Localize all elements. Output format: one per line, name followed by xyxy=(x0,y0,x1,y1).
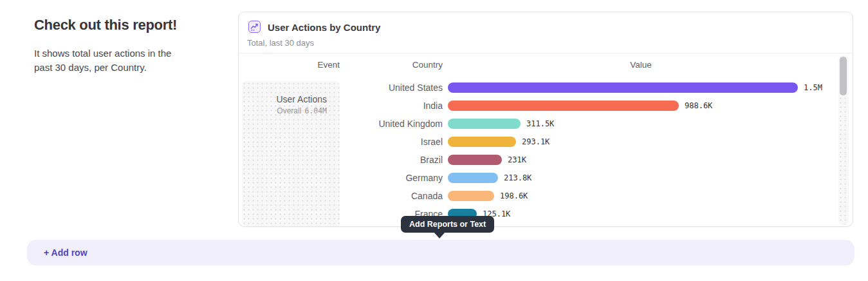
country-label: United States xyxy=(239,79,443,97)
country-label: India xyxy=(239,97,443,115)
bar-row: Germany213.8K xyxy=(239,169,837,187)
bar-value: 293.1K xyxy=(522,133,549,151)
add-row-button[interactable]: + Add row xyxy=(27,240,854,266)
bar[interactable] xyxy=(448,101,679,111)
line-chart-icon xyxy=(248,21,261,33)
bar-value: 988.6K xyxy=(685,97,712,115)
bar-row: Israel293.1K xyxy=(239,133,837,151)
bar-row: France125.1K xyxy=(239,205,837,223)
add-row-label: + Add row xyxy=(44,240,88,266)
country-label: Canada xyxy=(239,187,443,205)
country-label: Brazil xyxy=(239,151,443,169)
bar[interactable] xyxy=(448,82,798,93)
bar-value: 1.5M xyxy=(804,79,822,97)
bar-chart: Event Country Value User Actions Overall… xyxy=(239,54,853,226)
report-subtitle: Total, last 30 days xyxy=(247,38,314,48)
column-header-country: Country xyxy=(239,59,443,70)
bar[interactable] xyxy=(448,191,494,201)
country-label: Germany xyxy=(239,169,443,187)
bar-value: 231K xyxy=(508,151,526,169)
bar[interactable] xyxy=(448,137,516,147)
bar-row: United States1.5M xyxy=(239,79,837,97)
country-label: United Kingdom xyxy=(239,115,443,133)
add-reports-tooltip: Add Reports or Text xyxy=(401,216,494,233)
page-title: Check out this report! xyxy=(34,17,177,34)
dashboard-page: Check out this report! It shows total us… xyxy=(0,0,868,281)
bar-row: India988.6K xyxy=(239,97,837,115)
tooltip-label: Add Reports or Text xyxy=(409,220,486,229)
bar-value: 198.6K xyxy=(500,187,528,205)
bar-row: United Kingdom311.5K xyxy=(239,115,837,133)
bar[interactable] xyxy=(448,155,502,165)
page-description: It shows total user actions in the past … xyxy=(34,46,187,75)
column-header-value: Value xyxy=(512,59,770,70)
bar-rows: United States1.5MIndia988.6KUnited Kingd… xyxy=(239,79,837,223)
bar-row: Brazil231K xyxy=(239,151,837,169)
bar-row: Canada198.6K xyxy=(239,187,837,205)
bar-value: 213.8K xyxy=(504,169,531,187)
country-label: Israel xyxy=(239,133,443,151)
bar[interactable] xyxy=(448,173,498,183)
bar-value: 311.5K xyxy=(526,115,554,133)
report-card-header: User Actions by Country Total, last 30 d… xyxy=(239,12,853,53)
report-title: User Actions by Country xyxy=(268,21,380,34)
bar[interactable] xyxy=(448,119,521,129)
scrollbar[interactable] xyxy=(838,55,849,225)
tooltip-caret-icon xyxy=(434,232,445,238)
scrollbar-thumb[interactable] xyxy=(840,57,847,95)
report-card[interactable]: User Actions by Country Total, last 30 d… xyxy=(238,12,853,227)
